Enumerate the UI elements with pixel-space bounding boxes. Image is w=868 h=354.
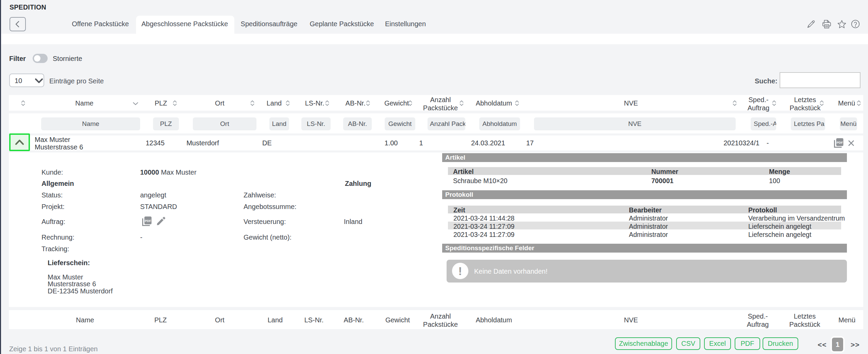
svg-text:PDF: PDF	[145, 219, 151, 223]
svg-text:PDF: PDF	[837, 141, 843, 144]
